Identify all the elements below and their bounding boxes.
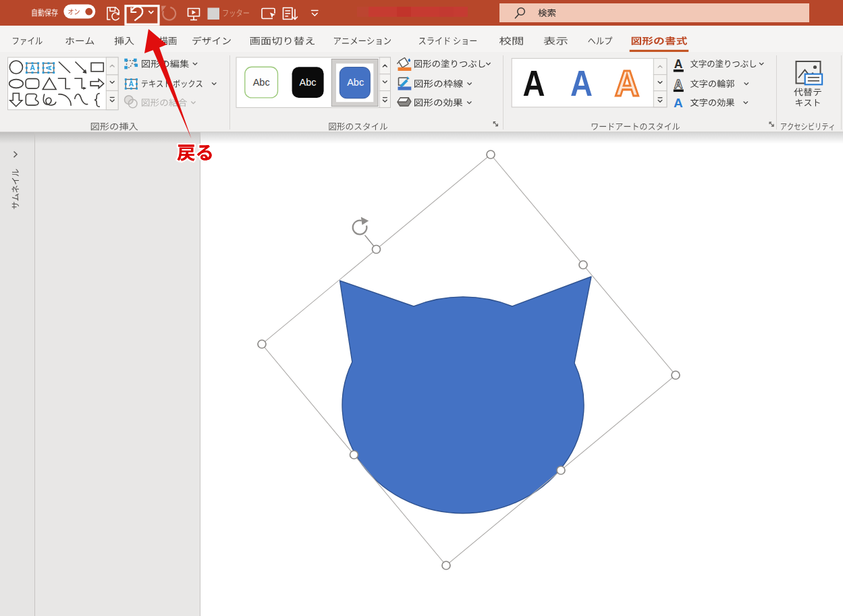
svg-text:A: A bbox=[615, 63, 639, 103]
svg-text:Abc: Abc bbox=[347, 77, 364, 88]
svg-text:A: A bbox=[45, 65, 53, 70]
svg-text:A: A bbox=[570, 63, 593, 103]
svg-text:A: A bbox=[129, 80, 134, 88]
svg-text:A: A bbox=[30, 63, 35, 72]
svg-text:Abc: Abc bbox=[253, 77, 270, 88]
svg-text:A: A bbox=[674, 96, 683, 110]
svg-text:A: A bbox=[523, 63, 545, 103]
svg-text:Abc: Abc bbox=[300, 77, 317, 88]
svg-text:A: A bbox=[674, 57, 683, 71]
svg-text:A: A bbox=[674, 78, 683, 91]
